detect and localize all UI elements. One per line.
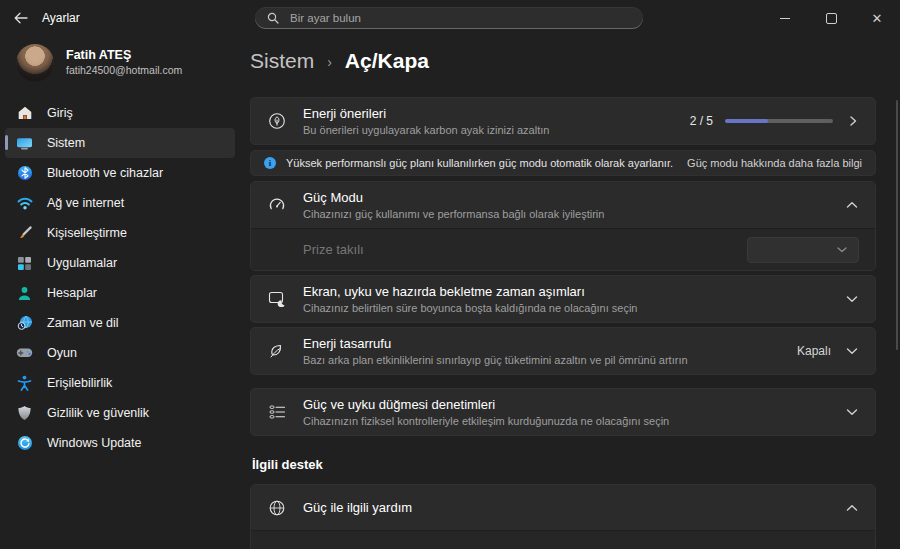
related-support-heading: İlgili destek [252, 457, 876, 472]
info-bar-link[interactable]: Güç modu hakkında daha fazla bilgi [687, 157, 862, 169]
profile-name: Fatih ATEŞ [66, 48, 182, 64]
profile-email: fatih24500@hotmail.com [66, 64, 182, 78]
card-title: Enerji önerileri [303, 106, 674, 121]
chevron-down-icon [845, 407, 859, 417]
sidebar-nav: Giriş Sistem Bluetooth ve cihazlar Ağ ve… [0, 98, 240, 458]
person-icon [16, 285, 33, 302]
window-controls: ✕ [762, 0, 900, 36]
breadcrumb: Sistem › Aç/Kapa [250, 45, 876, 77]
plugged-in-row: Prize takılı [251, 228, 875, 270]
chevron-down-icon [845, 294, 859, 304]
energy-progress-track [725, 119, 833, 123]
profile-section[interactable]: Fatih ATEŞ fatih24500@hotmail.com [0, 36, 240, 98]
power-help-expander: Güç ile ilgili yardım Windows kişisel bi… [250, 484, 876, 549]
energy-saver-card[interactable]: Enerji tasarrufu Bazı arka plan etkinlik… [250, 327, 876, 375]
power-buttons-card[interactable]: Güç ve uyku düğmesi denetimleri Cihazını… [250, 388, 876, 436]
sidebar-item-erisilebilirlik[interactable]: Erişilebilirlik [5, 368, 235, 398]
energy-progress-label: 2 / 5 [690, 114, 713, 128]
sidebar-item-label: Erişilebilirlik [47, 376, 112, 390]
sidebar-item-label: Gizlilik ve güvenlik [47, 406, 149, 420]
card-subtitle: Cihazınızı güç kullanımı ve performansa … [303, 208, 829, 220]
power-help-header[interactable]: Güç ile ilgili yardım [251, 485, 875, 530]
close-button[interactable]: ✕ [854, 0, 900, 36]
accessibility-icon [16, 375, 33, 392]
sidebar-item-label: Kişiselleştirme [47, 226, 127, 240]
app-title: Ayarlar [42, 11, 80, 25]
card-title: Güç Modu [303, 190, 829, 205]
sidebar-item-hesaplar[interactable]: Hesaplar [5, 278, 235, 308]
power-mode-header[interactable]: Güç Modu Cihazınızı güç kullanımı ve per… [251, 182, 875, 228]
card-title: Enerji tasarrufu [303, 336, 781, 351]
sidebar-item-bluetooth[interactable]: Bluetooth ve cihazlar [5, 158, 235, 188]
sidebar-item-windows-update[interactable]: Windows Update [5, 428, 235, 458]
search-box[interactable] [255, 7, 643, 29]
sidebar-item-gizlilik[interactable]: Gizlilik ve güvenlik [5, 398, 235, 428]
energy-saver-status: Kapalı [797, 344, 831, 358]
card-title: Güç ile ilgili yardım [303, 500, 829, 515]
card-subtitle: Cihazınız belirtilen süre boyunca boşta … [303, 302, 829, 314]
home-icon [16, 105, 33, 122]
card-subtitle: Bu önerileri uygulayarak karbon ayak izi… [303, 124, 674, 136]
system-monitor-icon [16, 135, 33, 152]
globe-icon [267, 499, 287, 517]
clock-globe-icon [16, 315, 33, 332]
apps-grid-icon [16, 255, 33, 272]
scrollbar[interactable] [896, 100, 898, 350]
sidebar-item-label: Zaman ve dil [47, 316, 119, 330]
energy-recommendations-card[interactable]: Enerji önerileri Bu önerileri uygulayara… [250, 97, 876, 145]
sidebar-item-oyun[interactable]: Oyun [5, 338, 235, 368]
avatar [16, 44, 54, 82]
eco-leaf-icon [267, 342, 287, 360]
sidebar-item-label: Giriş [47, 106, 73, 120]
chevron-right-icon [847, 114, 859, 128]
update-icon [16, 435, 33, 452]
plugged-in-label: Prize takılı [303, 242, 731, 257]
screen-moon-icon [267, 291, 287, 307]
chevron-down-icon [836, 246, 848, 254]
sidebar-item-label: Uygulamalar [47, 256, 117, 270]
timeouts-card[interactable]: Ekran, uyku ve hazırda bekletme zaman aş… [250, 275, 876, 323]
sidebar-item-giris[interactable]: Giriş [5, 98, 235, 128]
sidebar-item-uygulamalar[interactable]: Uygulamalar [5, 248, 235, 278]
card-subtitle: Cihazınızın fiziksel kontrolleriyle etki… [303, 415, 829, 427]
sidebar-item-label: Ağ ve internet [47, 196, 124, 210]
sidebar-item-label: Windows Update [47, 436, 142, 450]
sidebar-item-label: Bluetooth ve cihazlar [47, 166, 163, 180]
energy-progress: 2 / 5 [690, 114, 833, 128]
power-mode-expander: Güç Modu Cihazınızı güç kullanımı ve per… [250, 181, 876, 271]
toggles-list-icon [267, 404, 287, 420]
info-icon: i [264, 157, 276, 169]
energy-progress-fill [725, 119, 768, 123]
maximize-button[interactable] [808, 0, 854, 36]
sidebar-item-sistem[interactable]: Sistem [5, 128, 235, 158]
card-title: Güç ve uyku düğmesi denetimleri [303, 397, 829, 412]
sidebar-item-label: Hesaplar [47, 286, 97, 300]
chevron-up-icon [845, 503, 859, 513]
breadcrumb-parent[interactable]: Sistem [250, 49, 314, 73]
power-help-link-row[interactable]: Windows kişisel bilgisayarınızı otomatik… [251, 530, 875, 549]
back-button[interactable] [0, 0, 42, 36]
titlebar: Ayarlar ✕ [0, 0, 900, 36]
back-arrow-icon [14, 12, 28, 24]
power-mode-dropdown[interactable] [747, 237, 859, 263]
info-bar-text: Yüksek performanslı güç planı kullanılır… [286, 157, 677, 169]
search-input[interactable] [288, 11, 631, 25]
card-title: Ekran, uyku ve hazırda bekletme zaman aş… [303, 284, 829, 299]
chevron-down-icon [845, 346, 859, 356]
sidebar-item-zaman-dil[interactable]: Zaman ve dil [5, 308, 235, 338]
sidebar-item-label: Sistem [47, 136, 85, 150]
gamepad-icon [16, 345, 33, 362]
breadcrumb-separator-icon: › [327, 52, 332, 70]
page-title: Aç/Kapa [345, 49, 429, 73]
paintbrush-icon [16, 225, 33, 242]
leaf-circle-icon [267, 112, 287, 130]
sidebar-item-ag-internet[interactable]: Ağ ve internet [5, 188, 235, 218]
maximize-icon [826, 13, 837, 24]
minimize-button[interactable] [762, 0, 808, 36]
sidebar: Fatih ATEŞ fatih24500@hotmail.com Giriş … [0, 36, 240, 549]
chevron-up-icon [845, 200, 859, 210]
sidebar-item-kisisellestirme[interactable]: Kişiselleştirme [5, 218, 235, 248]
minimize-icon [780, 18, 790, 19]
sidebar-item-label: Oyun [47, 346, 77, 360]
wifi-icon [16, 195, 33, 212]
